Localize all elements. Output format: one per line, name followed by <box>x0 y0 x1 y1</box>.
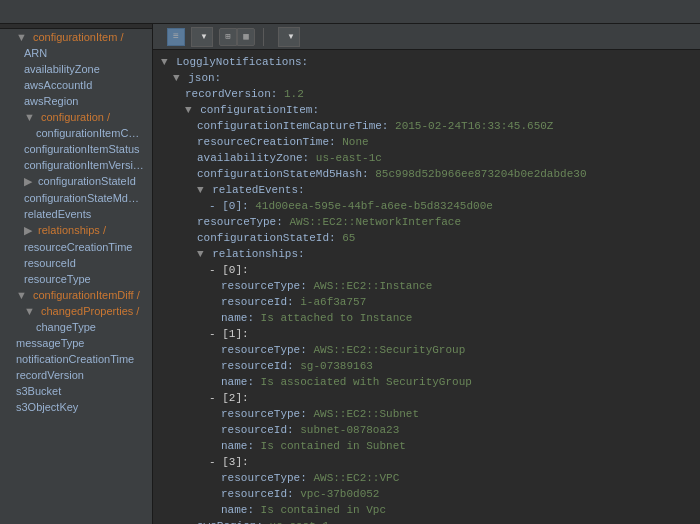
json-expand-icon[interactable]: ▼ <box>197 184 210 196</box>
json-line: configurationStateMd5Hash: 85c998d52b966… <box>161 166 692 182</box>
sidebar-item[interactable]: s3Bucket <box>0 383 152 399</box>
sidebar-item-label: resourceType <box>24 273 91 285</box>
json-line: resourceType: AWS::EC2::Instance <box>161 278 692 294</box>
json-line: ▼ json: <box>161 70 692 86</box>
sidebar-item[interactable]: changeType <box>0 319 152 335</box>
sidebar-item-label: configurationStateId <box>38 175 136 187</box>
json-expand-icon[interactable]: ▼ <box>173 72 186 84</box>
grid-icon[interactable]: ⊞ <box>219 28 237 46</box>
sidebar-item-label: configurationItemVersion <box>24 159 145 171</box>
right-panel: ≡ ▼ ⊞ ▦ ▼ ▼ LogglyNotifications:▼ json:r… <box>153 24 700 524</box>
json-expand-icon[interactable]: ▼ <box>161 56 174 68</box>
sidebar-item-label: configurationStateMd5Hash <box>24 192 152 204</box>
json-line: - [0]: <box>161 262 692 278</box>
sidebar-item-label: awsAccountId <box>24 79 92 91</box>
json-line: name: Is associated with SecurityGroup <box>161 374 692 390</box>
json-line: - [3]: <box>161 454 692 470</box>
json-expand-icon[interactable]: ▼ <box>197 248 210 260</box>
sidebar-item[interactable]: ARN <box>0 45 152 61</box>
json-line: recordVersion: 1.2 <box>161 86 692 102</box>
json-line: resourceType: AWS::EC2::Subnet <box>161 406 692 422</box>
json-line: - [2]: <box>161 390 692 406</box>
sidebar-item[interactable]: availabilityZone <box>0 61 152 77</box>
sidebar-item-label: availabilityZone <box>24 63 100 75</box>
view-type-icons: ⊞ ▦ <box>219 28 255 46</box>
sidebar-item-label: relationships / <box>38 224 106 236</box>
sidebar-item-label: notificationCreationTime <box>16 353 134 365</box>
json-line: awsRegion: us-east-1 <box>161 518 692 524</box>
sidebar-item-label: configurationItemCaptureTi… <box>36 127 152 139</box>
expand-icon: ▼ <box>16 289 30 301</box>
chart-icon[interactable]: ▦ <box>237 28 255 46</box>
sidebar-item[interactable]: ▼ changedProperties / <box>0 303 152 319</box>
expand-icon: ▶ <box>24 175 35 187</box>
sidebar-item[interactable]: ▼ configurationItem / <box>0 29 152 45</box>
sidebar-item-label: relatedEvents <box>24 208 91 220</box>
sidebar-item[interactable]: notificationCreationTime <box>0 351 152 367</box>
view-dropdown[interactable]: ▼ <box>191 27 213 47</box>
sidebar-item-label: configurationItem / <box>33 31 124 43</box>
sidebar-item[interactable]: configurationItemCaptureTi… <box>0 125 152 141</box>
toolbar-separator <box>263 28 264 46</box>
sidebar-item-label: resourceCreationTime <box>24 241 132 253</box>
json-line: availabilityZone: us-east-1c <box>161 150 692 166</box>
sidebar-item-label: s3Bucket <box>16 385 61 397</box>
sidebar-item-label: configuration / <box>41 111 110 123</box>
sidebar-item[interactable]: ▶ relationships / <box>0 222 152 239</box>
sidebar-item[interactable]: ▼ configuration / <box>0 109 152 125</box>
sidebar-item[interactable]: configurationStateMd5Hash <box>0 190 152 206</box>
json-line: resourceId: subnet-0878oa23 <box>161 422 692 438</box>
json-line: ▼ LogglyNotifications: <box>161 54 692 70</box>
sidebar-item[interactable]: resourceId <box>0 255 152 271</box>
json-line: - [0]: 41d00eea-595e-44bf-a6ee-b5d83245d… <box>161 198 692 214</box>
toolbar: ≡ ▼ ⊞ ▦ ▼ <box>153 24 700 50</box>
sidebar-item[interactable]: resourceType <box>0 271 152 287</box>
json-line: name: Is contained in Subnet <box>161 438 692 454</box>
expand-icon: ▶ <box>24 224 35 236</box>
json-line: ▼ relatedEvents: <box>161 182 692 198</box>
sidebar-item-label: awsRegion <box>24 95 78 107</box>
json-line: resourceCreationTime: None <box>161 134 692 150</box>
sidebar-item[interactable]: s3ObjectKey <box>0 399 152 415</box>
sidebar-item[interactable]: configurationItemStatus <box>0 141 152 157</box>
json-line: resourceType: AWS::EC2::SecurityGroup <box>161 342 692 358</box>
json-line: resourceType: AWS::EC2::VPC <box>161 470 692 486</box>
sidebar-item-label: resourceId <box>24 257 76 269</box>
json-line: name: Is contained in Vpc <box>161 502 692 518</box>
sidebar-item-label: changedProperties / <box>41 305 139 317</box>
sidebar-item-label: messageType <box>16 337 84 349</box>
json-line: resourceId: vpc-37b0d052 <box>161 486 692 502</box>
view-dropdown-arrow: ▼ <box>200 32 208 41</box>
sidebar-item-label: ARN <box>24 47 47 59</box>
sidebar-item-label: configurationItemDiff / <box>33 289 140 301</box>
sort-dropdown[interactable]: ▼ <box>278 27 300 47</box>
json-lines: ▼ LogglyNotifications:▼ json:recordVersi… <box>161 54 692 524</box>
json-line: resourceType: AWS::EC2::NetworkInterface <box>161 214 692 230</box>
sidebar: ▼ configurationItem / ARN availabilityZo… <box>0 24 153 524</box>
sidebar-item[interactable]: configurationItemVersion <box>0 157 152 173</box>
json-line: - [1]: <box>161 326 692 342</box>
title-bar <box>0 0 700 24</box>
json-content[interactable]: ▼ LogglyNotifications:▼ json:recordVersi… <box>153 50 700 524</box>
list-view-icon[interactable]: ≡ <box>167 28 185 46</box>
json-line: name: Is attached to Instance <box>161 310 692 326</box>
sidebar-item[interactable]: awsAccountId <box>0 77 152 93</box>
sidebar-item[interactable]: ▶ configurationStateId <box>0 173 152 190</box>
json-line: configurationStateId: 65 <box>161 230 692 246</box>
sidebar-item-label: recordVersion <box>16 369 84 381</box>
sidebar-item-label: s3ObjectKey <box>16 401 78 413</box>
sidebar-item[interactable]: ▼ configurationItemDiff / <box>0 287 152 303</box>
json-line: resourceId: i-a6f3a757 <box>161 294 692 310</box>
expand-icon: ▼ <box>16 31 30 43</box>
json-line: ▼ relationships: <box>161 246 692 262</box>
sort-dropdown-arrow: ▼ <box>287 32 295 41</box>
sidebar-item[interactable]: messageType <box>0 335 152 351</box>
main-area: ▼ configurationItem / ARN availabilityZo… <box>0 24 700 524</box>
sidebar-item[interactable]: awsRegion <box>0 93 152 109</box>
json-line: ▼ configurationItem: <box>161 102 692 118</box>
sidebar-item[interactable]: relatedEvents <box>0 206 152 222</box>
sidebar-item[interactable]: resourceCreationTime <box>0 239 152 255</box>
sidebar-item[interactable]: recordVersion <box>0 367 152 383</box>
json-expand-icon[interactable]: ▼ <box>185 104 198 116</box>
expand-icon: ▼ <box>24 111 38 123</box>
